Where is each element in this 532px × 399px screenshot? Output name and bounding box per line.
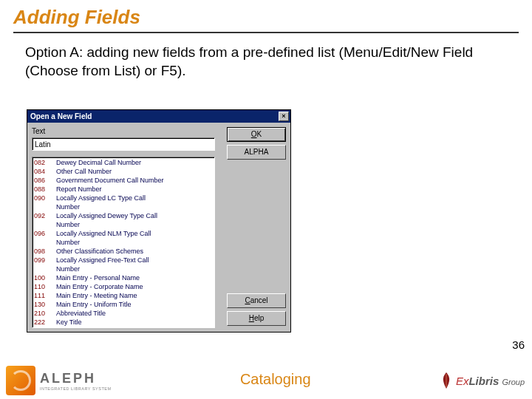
field-code: 090 bbox=[34, 194, 56, 202]
field-code: 130 bbox=[34, 300, 56, 309]
field-description: Report Number bbox=[56, 185, 102, 194]
slide-footer: 36 ALEPH INTEGRATED LIBRARY SYSTEM Catal… bbox=[0, 355, 532, 399]
dialog-title: Open a New Field bbox=[30, 112, 92, 120]
text-input[interactable] bbox=[32, 137, 215, 151]
cancel-button[interactable]: Cancel bbox=[227, 293, 286, 308]
field-description: Abbreviated Title bbox=[56, 309, 106, 318]
page-number: 36 bbox=[512, 338, 525, 351]
title-rule bbox=[13, 32, 519, 33]
field-code: 098 bbox=[34, 247, 56, 256]
field-description: Key Title bbox=[56, 318, 82, 327]
exlibris-prefix: Ex bbox=[456, 375, 469, 387]
aleph-wordmark: ALEPH bbox=[40, 371, 112, 386]
field-code: 084 bbox=[34, 167, 56, 176]
footer-center-text: Cataloging bbox=[112, 371, 440, 391]
field-code: 082 bbox=[34, 158, 56, 167]
list-item[interactable]: 210Abbreviated Title bbox=[33, 309, 214, 318]
slide-title: Adding Fields bbox=[0, 0, 532, 32]
list-item[interactable]: 130Main Entry - Uniform Title bbox=[33, 300, 214, 309]
field-code: 100 bbox=[34, 273, 56, 282]
field-description: Other Classification Schemes bbox=[56, 247, 143, 256]
field-description: Number bbox=[56, 220, 80, 229]
help-button[interactable]: Help bbox=[227, 311, 286, 326]
open-new-field-dialog: Open a New Field × Text 082Dewey Decimal… bbox=[27, 109, 291, 332]
field-description: Locally Assigned Free-Text Call bbox=[56, 256, 149, 265]
leaf-icon bbox=[440, 372, 453, 389]
ok-button[interactable]: OK bbox=[227, 127, 286, 142]
aleph-swirl-icon bbox=[6, 366, 35, 395]
exlibris-logo: ExLibris Group bbox=[440, 372, 532, 389]
alpha-button[interactable]: ALPHA bbox=[227, 145, 286, 160]
field-description: Number bbox=[56, 265, 80, 273]
list-item[interactable]: 100Main Entry - Personal Name bbox=[33, 273, 214, 282]
list-item[interactable]: 096Locally Assigned NLM Type Call bbox=[33, 229, 214, 238]
slide-body-text: Option A: adding new fields from a pre-d… bbox=[0, 44, 532, 80]
field-description: Main Entry - Corporate Name bbox=[56, 282, 143, 291]
field-code: 086 bbox=[34, 176, 56, 185]
field-description: Main Entry - Personal Name bbox=[56, 273, 140, 282]
exlibris-main: Libris bbox=[468, 375, 499, 387]
field-listbox[interactable]: 082Dewey Decimal Call Number084Other Cal… bbox=[32, 157, 215, 328]
field-code: 092 bbox=[34, 211, 56, 220]
dialog-screenshot: Open a New Field × Text 082Dewey Decimal… bbox=[27, 109, 291, 332]
field-code: 096 bbox=[34, 229, 56, 238]
aleph-logo: ALEPH INTEGRATED LIBRARY SYSTEM bbox=[0, 366, 112, 395]
dialog-body: Text 082Dewey Decimal Call Number084Othe… bbox=[27, 123, 290, 332]
list-item[interactable]: 088Report Number bbox=[33, 185, 214, 194]
field-code: 099 bbox=[34, 256, 56, 265]
field-description: Main Entry - Meeting Name bbox=[56, 291, 137, 300]
field-description: Number bbox=[56, 202, 80, 211]
aleph-subtitle: INTEGRATED LIBRARY SYSTEM bbox=[40, 386, 112, 391]
field-description: Other Call Number bbox=[56, 167, 112, 176]
field-code: 222 bbox=[34, 318, 56, 327]
field-description: Number bbox=[56, 238, 80, 247]
list-item[interactable]: 000Number bbox=[33, 265, 214, 273]
list-item[interactable]: 084Other Call Number bbox=[33, 167, 214, 176]
list-item[interactable]: 098Other Classification Schemes bbox=[33, 247, 214, 256]
list-item[interactable]: 090Locally Assigned LC Type Call bbox=[33, 194, 214, 202]
field-description: Government Document Call Number bbox=[56, 176, 164, 185]
list-item[interactable]: 110Main Entry - Corporate Name bbox=[33, 282, 214, 291]
close-icon[interactable]: × bbox=[279, 112, 289, 121]
list-item[interactable]: 000Number bbox=[33, 202, 214, 211]
field-description: Locally Assigned Dewey Type Call bbox=[56, 211, 157, 220]
field-description: Dewey Decimal Call Number bbox=[56, 158, 141, 167]
dialog-titlebar: Open a New Field × bbox=[27, 110, 290, 123]
list-item[interactable]: 111Main Entry - Meeting Name bbox=[33, 291, 214, 300]
field-description: Locally Assigned LC Type Call bbox=[56, 194, 146, 202]
list-item[interactable]: 099Locally Assigned Free-Text Call bbox=[33, 256, 214, 265]
list-item[interactable]: 082Dewey Decimal Call Number bbox=[33, 158, 214, 167]
field-description: Main Entry - Uniform Title bbox=[56, 300, 132, 309]
exlibris-suffix: Group bbox=[502, 378, 525, 386]
field-code: 111 bbox=[34, 291, 56, 300]
field-code: 110 bbox=[34, 282, 56, 291]
list-item[interactable]: 092Locally Assigned Dewey Type Call bbox=[33, 211, 214, 220]
field-description: Locally Assigned NLM Type Call bbox=[56, 229, 151, 238]
list-item[interactable]: 222Key Title bbox=[33, 318, 214, 327]
field-code: 210 bbox=[34, 309, 56, 318]
list-item[interactable]: 000Number bbox=[33, 238, 214, 247]
list-item[interactable]: 086Government Document Call Number bbox=[33, 176, 214, 185]
list-item[interactable]: 000Number bbox=[33, 220, 214, 229]
field-code: 088 bbox=[34, 185, 56, 194]
